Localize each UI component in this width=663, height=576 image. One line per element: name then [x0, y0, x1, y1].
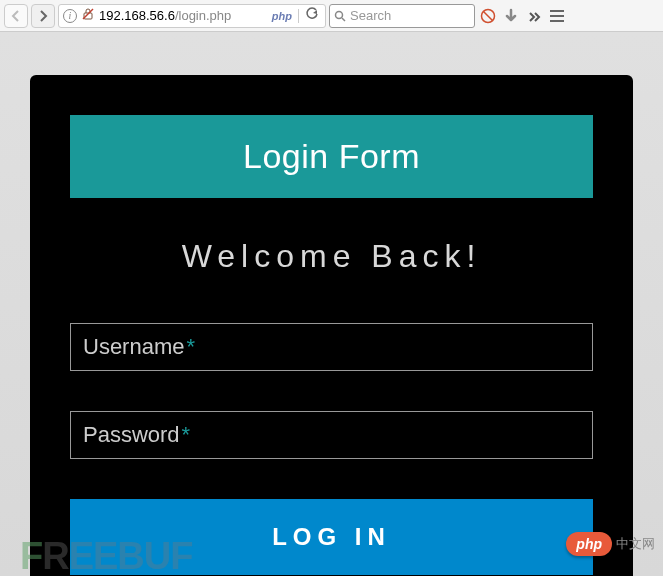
url-bar[interactable]: i 192.168.56.6/login.php php [58, 4, 326, 28]
cn-text: 中文网 [616, 535, 655, 553]
username-field[interactable]: Username* [70, 323, 593, 371]
password-field[interactable]: Password* [70, 411, 593, 459]
hamburger-icon [548, 8, 566, 24]
page-content: Login Form Welcome Back! Username* Passw… [0, 32, 663, 576]
info-icon[interactable]: i [63, 9, 77, 23]
php-badge-icon: php [270, 10, 294, 22]
menu-button[interactable] [547, 6, 567, 26]
svg-line-5 [484, 11, 493, 20]
search-bar[interactable]: Search [329, 4, 475, 28]
watermark-php: php 中文网 [566, 532, 655, 556]
svg-line-3 [342, 18, 345, 21]
svg-point-2 [336, 11, 343, 18]
welcome-text: Welcome Back! [70, 238, 593, 275]
forward-button[interactable] [31, 4, 55, 28]
search-placeholder: Search [350, 8, 470, 23]
required-asterisk: * [186, 334, 195, 360]
insecure-lock-icon [81, 7, 95, 24]
noscript-icon[interactable] [478, 6, 498, 26]
login-card: Login Form Welcome Back! Username* Passw… [30, 75, 633, 576]
url-text: 192.168.56.6/login.php [99, 8, 266, 23]
watermark-freebuf: FREEBUF [20, 535, 192, 576]
password-label: Password [83, 422, 180, 448]
overflow-icon[interactable] [524, 6, 544, 26]
form-title: Login Form [70, 115, 593, 198]
browser-toolbar: i 192.168.56.6/login.php php Search [0, 0, 663, 32]
reload-button[interactable] [303, 7, 321, 24]
download-icon[interactable] [501, 6, 521, 26]
username-label: Username [83, 334, 184, 360]
back-button[interactable] [4, 4, 28, 28]
php-logo-icon: php [566, 532, 612, 556]
url-divider [298, 9, 299, 23]
search-icon [334, 10, 346, 22]
required-asterisk: * [182, 422, 191, 448]
